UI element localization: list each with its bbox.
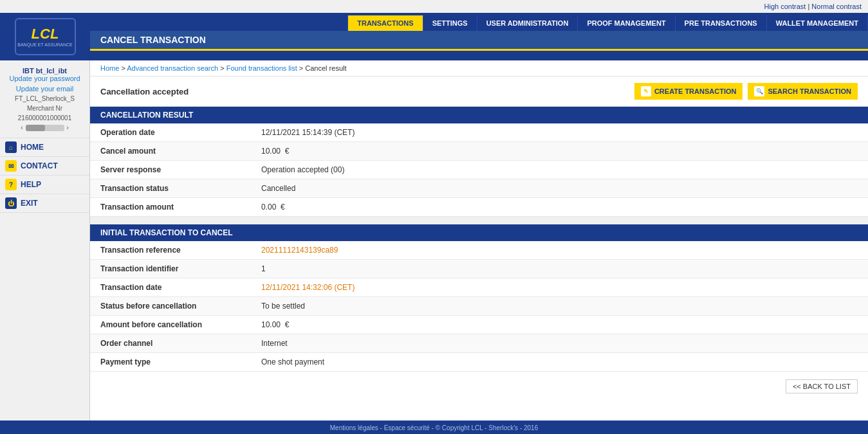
main-layout: IBT bt_lcl_ibt Update your password Upda… <box>0 60 868 420</box>
create-icon: ✎ <box>641 86 651 96</box>
field-value: 10.00 € <box>251 316 868 334</box>
sidebar-nav: ⌂ HOME ✉ CONTACT ? HELP ⏻ EXIT <box>0 138 89 213</box>
sidebar-label-exit: EXIT <box>21 199 38 208</box>
merchant-name: FT_LCL_Sherlock_S <box>5 95 84 102</box>
field-value: 12/11/2021 14:32:06 (CET) <box>251 278 868 297</box>
initial-transaction-header: INITIAL TRANSACTION TO CANCEL <box>90 224 868 241</box>
cancellation-result-table: Operation date 12/11/2021 15:14:39 (CET)… <box>90 123 868 217</box>
table-row: Cancel amount 10.00 € <box>90 142 868 161</box>
high-contrast-link[interactable]: High contrast <box>764 3 806 10</box>
field-value: 10.00 € <box>251 142 868 161</box>
create-transaction-button[interactable]: ✎ CREATE TRANSACTION <box>634 83 743 100</box>
transaction-date-link[interactable]: 12/11/2021 14:32:06 (CET) <box>261 283 355 292</box>
field-value: Internet <box>251 334 868 353</box>
scroll-row: ‹ › <box>5 124 84 131</box>
field-label: Server response <box>90 161 251 179</box>
merchant-nr-label: Merchant Nr <box>5 105 84 112</box>
field-label: Status before cancellation <box>90 297 251 316</box>
breadcrumb-home[interactable]: Home <box>100 64 119 72</box>
field-label: Order channel <box>90 334 251 353</box>
search-btn-label: SEARCH TRANSACTION <box>768 87 851 95</box>
sidebar-item-help[interactable]: ? HELP <box>0 176 89 194</box>
section-gap <box>90 217 868 224</box>
page-title: CANCEL TRANSACTION <box>100 35 858 45</box>
header: LCL BANQUE ET ASSURANCE TRANSACTIONS SET… <box>0 13 868 60</box>
field-value: 1 <box>251 260 868 278</box>
sidebar-item-home[interactable]: ⌂ HOME <box>0 138 89 157</box>
update-email-link[interactable]: Update your email <box>16 85 73 93</box>
tab-transactions[interactable]: TRANSACTIONS <box>347 15 423 31</box>
table-row: Transaction identifier 1 <box>90 260 868 278</box>
logo-area: LCL BANQUE ET ASSURANCE <box>0 13 90 60</box>
field-label: Transaction identifier <box>90 260 251 278</box>
scroll-bar <box>26 125 64 131</box>
table-row: Transaction status Cancelled <box>90 179 868 198</box>
scroll-right-arrow[interactable]: › <box>67 124 69 131</box>
exit-icon: ⏻ <box>5 197 17 209</box>
sidebar-label-contact: CONTACT <box>21 161 58 170</box>
tab-pre-transactions[interactable]: PRE TRANSACTIONS <box>676 15 767 31</box>
sidebar-label-home: HOME <box>21 143 44 152</box>
sidebar-item-contact[interactable]: ✉ CONTACT <box>0 157 89 176</box>
tab-wallet-management[interactable]: WALLET MANAGEMENT <box>767 15 868 31</box>
nav-tabs: TRANSACTIONS SETTINGS USER ADMINISTRATIO… <box>90 13 868 31</box>
table-row: Order channel Internet <box>90 334 868 353</box>
tab-settings[interactable]: SETTINGS <box>423 15 477 31</box>
field-label: Transaction amount <box>90 198 251 217</box>
field-label: Transaction date <box>90 278 251 297</box>
field-value: Cancelled <box>251 179 868 198</box>
back-bar: << BACK TO LIST <box>90 372 868 401</box>
logo-text: LCL <box>32 26 59 42</box>
table-row: Transaction reference 20211112143139ca89 <box>90 241 868 260</box>
transaction-reference-link[interactable]: 20211112143139ca89 <box>261 246 338 255</box>
create-btn-label: CREATE TRANSACTION <box>654 87 737 95</box>
merchant-id: 216000001000001 <box>5 114 84 122</box>
table-row: Status before cancellation To be settled <box>90 297 868 316</box>
search-icon: 🔍 <box>754 86 764 96</box>
content: Home > Advanced transaction search > Fou… <box>90 60 868 420</box>
field-value: 0.00 € <box>251 198 868 217</box>
table-row: Transaction amount 0.00 € <box>90 198 868 217</box>
back-to-list-button[interactable]: << BACK TO LIST <box>786 379 858 393</box>
field-value: One shot payment <box>251 353 868 372</box>
field-label: Transaction reference <box>90 241 251 260</box>
help-icon: ? <box>5 179 17 190</box>
page-title-bar: CANCEL TRANSACTION <box>90 31 868 51</box>
user-info: IBT bt_lcl_ibt Update your password Upda… <box>0 60 89 138</box>
table-row: Operation date 12/11/2021 15:14:39 (CET) <box>90 123 868 142</box>
footer: Mentions légales - Espace sécurité - © C… <box>0 420 868 434</box>
nav-area: TRANSACTIONS SETTINGS USER ADMINISTRATIO… <box>90 13 868 60</box>
field-label: Transaction status <box>90 179 251 198</box>
home-icon: ⌂ <box>5 141 17 153</box>
action-buttons: ✎ CREATE TRANSACTION 🔍 SEARCH TRANSACTIO… <box>634 83 858 100</box>
username: IBT bt_lcl_ibt <box>5 67 84 75</box>
logo: LCL BANQUE ET ASSURANCE <box>15 18 76 55</box>
scroll-bar-inner <box>26 125 45 131</box>
breadcrumb-current: Cancel result <box>305 64 346 72</box>
update-password-link[interactable]: Update your password <box>9 75 80 82</box>
field-value: 20211112143139ca89 <box>251 241 868 260</box>
sidebar-item-exit[interactable]: ⏻ EXIT <box>0 194 89 213</box>
normal-contrast-link[interactable]: Normal contrast <box>811 3 862 10</box>
field-label: Payment type <box>90 353 251 372</box>
tab-proof-management[interactable]: PROOF MANAGEMENT <box>578 15 675 31</box>
footer-text: Mentions légales - Espace sécurité - © C… <box>330 424 539 431</box>
breadcrumb-found-list[interactable]: Found transactions list <box>226 64 297 72</box>
field-value: Operation accepted (00) <box>251 161 868 179</box>
field-label: Operation date <box>90 123 251 142</box>
contrast-bar: High contrast | Normal contrast <box>0 0 868 13</box>
cancellation-message: Cancellation accepted <box>100 87 189 96</box>
table-row: Amount before cancellation 10.00 € <box>90 316 868 334</box>
search-transaction-button[interactable]: 🔍 SEARCH TRANSACTION <box>748 83 858 100</box>
field-label: Cancel amount <box>90 142 251 161</box>
breadcrumb-advanced-search[interactable]: Advanced transaction search <box>127 64 218 72</box>
breadcrumb: Home > Advanced transaction search > Fou… <box>90 60 868 77</box>
tab-user-administration[interactable]: USER ADMINISTRATION <box>477 15 578 31</box>
initial-transaction-table: Transaction reference 20211112143139ca89… <box>90 241 868 372</box>
sidebar-label-help: HELP <box>21 180 41 189</box>
table-row: Payment type One shot payment <box>90 353 868 372</box>
table-row: Transaction date 12/11/2021 14:32:06 (CE… <box>90 278 868 297</box>
sidebar: IBT bt_lcl_ibt Update your password Upda… <box>0 60 90 420</box>
cancellation-result-header: CANCELLATION RESULT <box>90 107 868 123</box>
scroll-left-arrow[interactable]: ‹ <box>21 124 23 131</box>
